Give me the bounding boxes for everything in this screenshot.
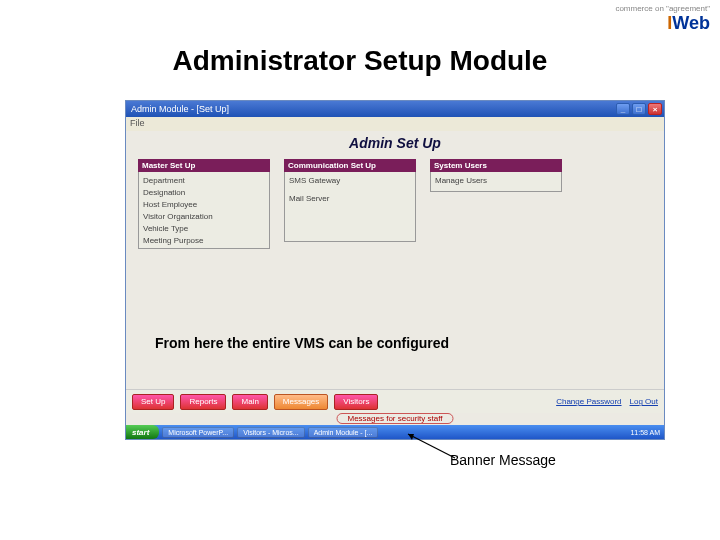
column-header: Communication Set Up: [284, 159, 416, 172]
column-header: Master Set Up: [138, 159, 270, 172]
taskbar-app[interactable]: Microsoft PowerP...: [162, 427, 234, 438]
tab-setup[interactable]: Set Up: [132, 394, 174, 410]
titlebar[interactable]: Admin Module - [Set Up] _ □ ×: [126, 101, 664, 117]
annotation-label: Banner Message: [450, 452, 556, 468]
taskbar-app[interactable]: Admin Module - [...: [308, 427, 379, 438]
tab-links: Change Password Log Out: [556, 397, 658, 406]
page-heading: Admin Set Up: [126, 131, 664, 153]
tab-reports[interactable]: Reports: [180, 394, 226, 410]
setup-link-department[interactable]: Department: [143, 174, 265, 186]
setup-link-designation[interactable]: Designation: [143, 186, 265, 198]
tab-visitors[interactable]: Visitors: [334, 394, 378, 410]
logo: commerce on "agreement" IWeb: [615, 5, 710, 34]
slide-caption: From here the entire VMS can be configur…: [155, 335, 449, 351]
setup-columns: Master Set Up Department Designation Hos…: [126, 153, 664, 249]
slide-title: Administrator Setup Module: [173, 45, 548, 77]
setup-link-mail-server[interactable]: Mail Server: [289, 192, 411, 204]
change-password-link[interactable]: Change Password: [556, 397, 621, 406]
window-title: Admin Module - [Set Up]: [128, 104, 229, 114]
window-controls: _ □ ×: [616, 103, 662, 115]
logout-link[interactable]: Log Out: [630, 397, 658, 406]
logo-brand: IWeb: [615, 14, 710, 34]
tab-messages[interactable]: Messages: [274, 394, 328, 410]
taskbar-app[interactable]: Visitors - Micros...: [237, 427, 305, 438]
setup-link-meeting-purpose[interactable]: Meeting Purpose: [143, 234, 265, 246]
app-window: Admin Module - [Set Up] _ □ × File Admin…: [125, 100, 665, 440]
maximize-button[interactable]: □: [632, 103, 646, 115]
tab-main[interactable]: Main: [232, 394, 267, 410]
banner-message: Messages for security staff: [337, 413, 454, 424]
taskbar: start Microsoft PowerP... Visitors - Mic…: [126, 425, 664, 439]
setup-link-manage-users[interactable]: Manage Users: [435, 174, 557, 186]
column-body: Department Designation Host Employee Vis…: [138, 172, 270, 249]
bottom-tabs: Set Up Reports Main Messages Visitors Ch…: [126, 389, 664, 413]
column-master: Master Set Up Department Designation Hos…: [138, 159, 270, 249]
setup-link-visitor-org[interactable]: Visitor Organization: [143, 210, 265, 222]
system-tray[interactable]: 11:58 AM: [630, 429, 664, 436]
start-button[interactable]: start: [126, 425, 159, 439]
column-body: SMS Gateway Mail Server: [284, 172, 416, 242]
setup-link-host-employee[interactable]: Host Employee: [143, 198, 265, 210]
close-button[interactable]: ×: [648, 103, 662, 115]
setup-link-sms-gateway[interactable]: SMS Gateway: [289, 174, 411, 186]
minimize-button[interactable]: _: [616, 103, 630, 115]
menubar[interactable]: File: [126, 117, 664, 131]
setup-link-vehicle-type[interactable]: Vehicle Type: [143, 222, 265, 234]
column-header: System Users: [430, 159, 562, 172]
column-system-users: System Users Manage Users: [430, 159, 562, 249]
column-body: Manage Users: [430, 172, 562, 192]
column-communication: Communication Set Up SMS Gateway Mail Se…: [284, 159, 416, 249]
